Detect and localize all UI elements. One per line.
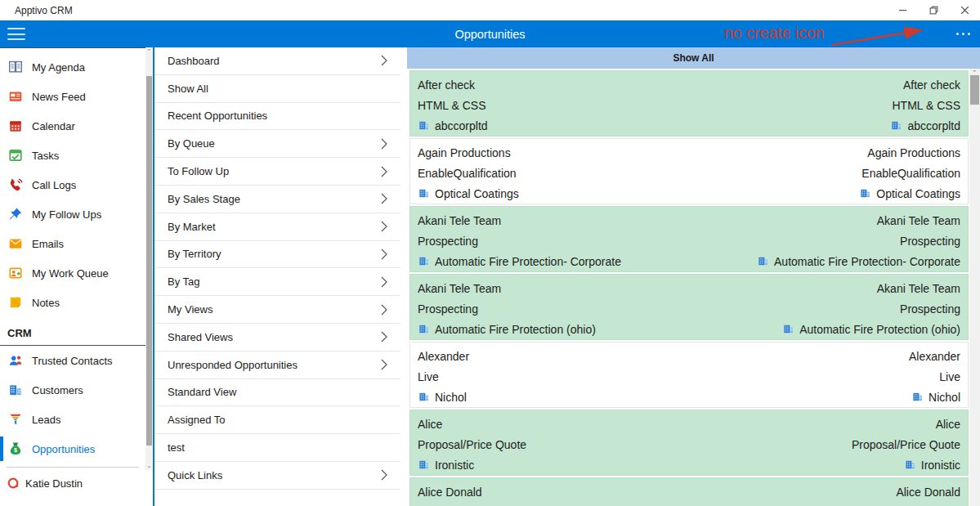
opportunity-row[interactable]: Akani Tele TeamProspectingAutomatic Fire… bbox=[409, 274, 969, 340]
opportunity-stage: HTML & CSS bbox=[890, 95, 960, 115]
nav-item-label: Show All bbox=[168, 83, 208, 95]
opportunity-stage: Prospecting bbox=[418, 231, 621, 251]
row-right-column: AliceProposal/Price QuoteIronistic bbox=[852, 414, 960, 475]
nav-item-dashboard[interactable]: Dashboard bbox=[154, 47, 401, 75]
nav-item-standard-view[interactable]: Standard View bbox=[154, 379, 401, 407]
opportunity-name: Alexander bbox=[909, 346, 960, 366]
sidebar-item-call-logs[interactable]: Call Logs bbox=[0, 170, 145, 199]
chevron-right-icon bbox=[381, 55, 387, 66]
opportunity-row[interactable]: AliceProposal/Price QuoteIronisticAliceP… bbox=[409, 410, 969, 476]
building-icon bbox=[859, 187, 871, 199]
list-scrollbar-thumb[interactable] bbox=[970, 75, 979, 105]
work-queue-icon bbox=[8, 266, 23, 280]
nav-item-label: By Market bbox=[168, 221, 216, 233]
selection-indicator bbox=[0, 437, 3, 461]
opportunity-stage-text: HTML & CSS bbox=[893, 99, 961, 112]
opportunity-stage-text: HTML & CSS bbox=[418, 99, 486, 112]
sidebar-item-opportunities[interactable]: $Opportunities bbox=[0, 434, 145, 463]
sidebar-item-my-agenda[interactable]: My Agenda bbox=[0, 52, 145, 82]
sidebar-item-calendar[interactable]: Calendar bbox=[0, 111, 145, 141]
more-options-button[interactable] bbox=[950, 20, 976, 47]
opportunity-row[interactable]: After checkHTML & CSSabccorpltdAfter che… bbox=[409, 70, 969, 137]
customers-icon bbox=[8, 383, 23, 397]
opportunity-row[interactable]: Again ProductionsEnableQualificationOpti… bbox=[409, 138, 969, 204]
sidebar-item-trusted-contacts[interactable]: Trusted Contacts bbox=[0, 346, 145, 375]
opportunity-customer-text: Automatic Fire Protection (ohio) bbox=[435, 323, 596, 336]
sidebar-item-customers[interactable]: Customers bbox=[0, 375, 145, 405]
nav-item-label: Dashboard bbox=[168, 55, 220, 67]
nav-item-by-queue[interactable]: By Queue bbox=[154, 130, 401, 158]
sidebar-scrollbar-thumb[interactable] bbox=[146, 76, 152, 446]
chevron-right-icon bbox=[381, 221, 387, 232]
sidebar-scrollbar[interactable]: ⌃ ⌄ bbox=[145, 47, 153, 470]
building-icon bbox=[782, 323, 794, 335]
opportunity-stage: Proposal/Price Quote bbox=[418, 434, 526, 455]
sidebar-divider bbox=[7, 467, 139, 468]
opportunities-list-panel: Show All After checkHTML & CSSabccorpltd… bbox=[407, 47, 980, 506]
nav-item-assigned-to[interactable]: Assigned To bbox=[154, 406, 401, 434]
nav-item-by-tag[interactable]: By Tag bbox=[154, 268, 401, 296]
restore-button[interactable] bbox=[918, 0, 949, 20]
sidebar-item-label: My Agenda bbox=[32, 61, 85, 74]
sidebar-item-label: News Feed bbox=[32, 91, 86, 103]
sidebar-item-news-feed[interactable]: News Feed bbox=[0, 82, 145, 111]
nav-item-show-all[interactable]: Show All bbox=[154, 75, 401, 103]
opportunity-customer: Automatic Fire Protection (ohio) bbox=[782, 319, 960, 339]
nav-item-by-territory[interactable]: By Territory bbox=[154, 241, 401, 269]
opportunity-stage: Prospecting bbox=[418, 298, 596, 319]
nav-item-label: By Tag bbox=[168, 275, 200, 288]
minimize-button[interactable] bbox=[887, 0, 918, 20]
opportunity-name-text: Akani Tele Team bbox=[877, 282, 960, 295]
nav-item-label: Assigned To bbox=[168, 414, 226, 426]
opportunity-stage: Prospecting bbox=[782, 298, 960, 319]
opportunity-stage-text: Prospecting bbox=[900, 235, 960, 248]
row-right-column: Akani Tele TeamProspectingAutomatic Fire… bbox=[782, 278, 960, 339]
opportunity-stage-text: EnableQualification bbox=[418, 167, 517, 180]
opportunity-row[interactable]: AlexanderLiveNicholAlexanderLiveNichol bbox=[409, 342, 969, 408]
nav-item-label: Recent Opportunities bbox=[168, 110, 267, 122]
opportunity-name-text: After check bbox=[903, 78, 960, 92]
scroll-up-icon[interactable]: ⌃ bbox=[145, 47, 153, 56]
user-profile-item[interactable]: Katie Dustin bbox=[0, 468, 145, 498]
row-right-column: After checkHTML & CSSabccorpltd bbox=[890, 74, 960, 136]
scroll-down-icon[interactable]: ⌄ bbox=[145, 462, 153, 470]
nav-item-by-market[interactable]: By Market bbox=[154, 213, 401, 241]
sidebar-item-tasks[interactable]: Tasks bbox=[0, 141, 145, 170]
notes-icon bbox=[8, 295, 23, 310]
nav-item-test[interactable]: test bbox=[154, 434, 401, 462]
close-button[interactable] bbox=[949, 0, 980, 20]
opportunity-customer-text: Optical Coatings bbox=[435, 187, 519, 200]
sidebar-item-leads[interactable]: Leads bbox=[0, 405, 145, 434]
nav-item-label: To Follow Up bbox=[168, 165, 229, 177]
opportunity-row[interactable]: Alice DonaldAlice Donald bbox=[409, 477, 969, 506]
sidebar-item-label: Trusted Contacts bbox=[32, 355, 113, 367]
opportunity-stage: HTML & CSS bbox=[418, 95, 488, 115]
sidebar-item-emails[interactable]: Emails bbox=[0, 229, 145, 258]
user-name: Katie Dustin bbox=[25, 477, 83, 490]
opportunity-name: Alice Donald bbox=[418, 481, 482, 502]
row-left-column: After checkHTML & CSSabccorpltd bbox=[418, 74, 488, 136]
opportunity-customer-text: abccorpltd bbox=[435, 119, 488, 132]
close-icon bbox=[960, 6, 969, 15]
opportunity-stage bbox=[896, 502, 960, 506]
views-nav-panel: DashboardShow AllRecent OpportunitiesBy … bbox=[154, 47, 401, 506]
sidebar-general-section: My AgendaNews FeedCalendarTasksCall Logs… bbox=[0, 52, 145, 317]
list-scrollbar[interactable]: ⌃ bbox=[969, 69, 980, 506]
sidebar-item-my-follow-ups[interactable]: My Follow Ups bbox=[0, 199, 145, 229]
nav-item-quick-links[interactable]: Quick Links bbox=[154, 462, 401, 490]
nav-item-by-sales-stage[interactable]: By Sales Stage bbox=[154, 186, 401, 213]
nav-item-recent-opportunities[interactable]: Recent Opportunities bbox=[154, 103, 401, 131]
chevron-right-icon bbox=[381, 469, 387, 481]
sidebar-item-notes[interactable]: Notes bbox=[0, 288, 145, 317]
nav-item-to-follow-up[interactable]: To Follow Up bbox=[154, 158, 401, 186]
opportunity-row[interactable]: Akani Tele TeamProspectingAutomatic Fire… bbox=[409, 206, 969, 272]
views-nav-list: DashboardShow AllRecent OpportunitiesBy … bbox=[154, 47, 401, 490]
sidebar-item-my-work-queue[interactable]: My Work Queue bbox=[0, 258, 145, 288]
nav-item-label: test bbox=[168, 441, 185, 454]
opportunity-stage-text: Prospecting bbox=[900, 302, 960, 316]
nav-item-unresponded-opportunities[interactable]: Unresponded Opportunities bbox=[154, 352, 401, 379]
nav-item-shared-views[interactable]: Shared Views bbox=[154, 324, 401, 352]
opportunity-name-text: Akani Tele Team bbox=[418, 282, 501, 295]
nav-item-label: By Sales Stage bbox=[168, 193, 240, 205]
nav-item-my-views[interactable]: My Views bbox=[154, 296, 401, 324]
